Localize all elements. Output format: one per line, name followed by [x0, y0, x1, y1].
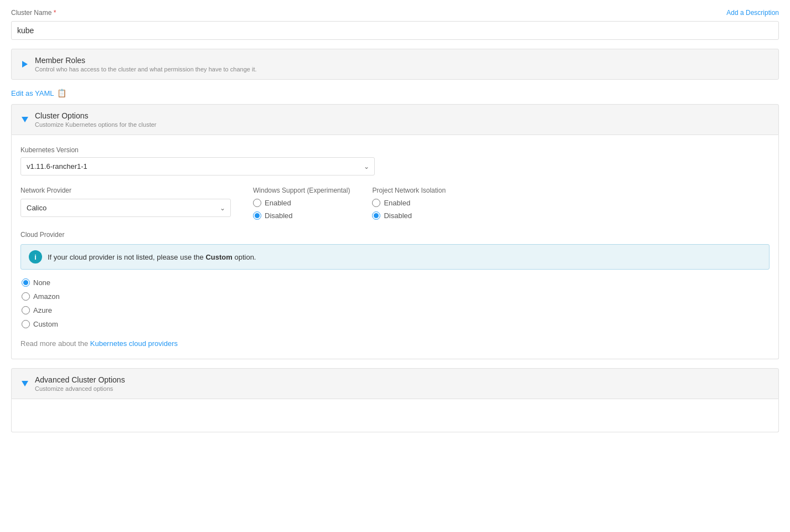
windows-support-enabled-label: Enabled — [265, 199, 291, 207]
cloud-provider-azure-label: Azure — [33, 306, 52, 314]
kubernetes-version-label: Kubernetes Version — [20, 146, 770, 154]
windows-support-col: Windows Support (Experimental) Enabled D… — [253, 187, 350, 220]
cluster-options-header[interactable]: Cluster Options Customize Kubernetes opt… — [11, 104, 779, 135]
cloud-provider-amazon-option[interactable]: Amazon — [22, 292, 770, 301]
advanced-triangle-down-icon — [22, 381, 28, 386]
cloud-provider-azure-radio[interactable] — [22, 306, 30, 314]
member-roles-subtitle: Control who has access to the cluster an… — [35, 66, 257, 73]
member-roles-title: Member Roles — [35, 56, 257, 65]
page-container: Cluster Name * Add a Description Member … — [0, 0, 790, 532]
project-network-isolation-enabled-label: Enabled — [384, 199, 410, 207]
member-roles-section: Member Roles Control who has access to t… — [11, 49, 779, 80]
cluster-options-subtitle: Customize Kubernetes options for the clu… — [35, 121, 157, 128]
info-icon: i — [29, 250, 42, 264]
windows-support-disabled-option[interactable]: Disabled — [253, 211, 350, 220]
cloud-provider-info-banner: i If your cloud provider is not listed, … — [20, 244, 770, 270]
project-network-isolation-disabled-radio[interactable] — [372, 211, 380, 220]
required-star: * — [54, 9, 56, 17]
cluster-options-content: Kubernetes Version v1.11.6-rancher1-1 v1… — [11, 135, 779, 359]
project-network-isolation-enabled-radio[interactable] — [372, 199, 380, 207]
cluster-name-label: Cluster Name * — [11, 9, 56, 17]
cluster-options-toggle-icon — [20, 115, 29, 124]
kubernetes-version-row: Kubernetes Version v1.11.6-rancher1-1 v1… — [20, 146, 770, 175]
windows-support-label: Windows Support (Experimental) — [253, 187, 350, 194]
windows-support-enabled-option[interactable]: Enabled — [253, 199, 350, 207]
cloud-provider-azure-option[interactable]: Azure — [22, 306, 770, 314]
member-roles-title-block: Member Roles Control who has access to t… — [35, 56, 257, 73]
edit-yaml-link[interactable]: Edit as YAML 📋 — [11, 89, 66, 97]
cluster-options-title-block: Cluster Options Customize Kubernetes opt… — [35, 111, 157, 128]
member-roles-toggle-icon — [20, 60, 29, 69]
cloud-provider-amazon-radio[interactable] — [22, 292, 30, 301]
read-more-row: Read more about the Kubernetes cloud pro… — [20, 339, 770, 348]
kubernetes-version-select[interactable]: v1.11.6-rancher1-1 v1.11.5-rancher1-1 v1… — [20, 157, 375, 175]
network-provider-col: Network Provider Calico Flannel Canal We… — [20, 187, 231, 217]
info-bold-text: Custom — [205, 253, 232, 261]
windows-support-radio-group: Enabled Disabled — [253, 199, 350, 220]
windows-support-disabled-label: Disabled — [265, 211, 293, 220]
advanced-options-title: Advanced Cluster Options — [35, 375, 125, 384]
cluster-name-input[interactable] — [11, 21, 779, 40]
edit-yaml-label: Edit as YAML — [11, 89, 54, 97]
cloud-provider-none-option[interactable]: None — [22, 278, 770, 287]
cloud-provider-amazon-label: Amazon — [33, 292, 60, 301]
triangle-right-icon — [22, 61, 28, 68]
cloud-provider-section: Cloud Provider i If your cloud provider … — [20, 231, 770, 348]
advanced-options-section: Advanced Cluster Options Customize advan… — [11, 368, 779, 432]
cluster-name-row: Cluster Name * Add a Description — [11, 9, 779, 17]
network-provider-label: Network Provider — [20, 187, 231, 194]
kubernetes-cloud-providers-link[interactable]: Kubernetes cloud providers — [90, 339, 178, 348]
windows-support-enabled-radio[interactable] — [253, 199, 261, 207]
triangle-down-icon — [22, 117, 28, 122]
edit-yaml-row: Edit as YAML 📋 — [11, 89, 779, 97]
project-network-isolation-col: Project Network Isolation Enabled Disabl… — [372, 187, 446, 220]
cloud-provider-none-label: None — [33, 278, 50, 287]
cluster-options-section: Cluster Options Customize Kubernetes opt… — [11, 104, 779, 359]
project-network-isolation-radio-group: Enabled Disabled — [372, 199, 446, 220]
cloud-provider-custom-label: Custom — [33, 320, 58, 328]
member-roles-header[interactable]: Member Roles Control who has access to t… — [11, 49, 779, 80]
info-text: If your cloud provider is not listed, pl… — [48, 253, 256, 261]
network-options-row: Network Provider Calico Flannel Canal We… — [20, 187, 770, 220]
add-description-link[interactable]: Add a Description — [726, 9, 779, 17]
cloud-provider-none-radio[interactable] — [22, 278, 30, 287]
advanced-options-title-block: Advanced Cluster Options Customize advan… — [35, 375, 125, 392]
advanced-options-subtitle: Customize advanced options — [35, 385, 125, 392]
project-network-isolation-label: Project Network Isolation — [372, 187, 446, 194]
network-provider-select-wrapper: Calico Flannel Canal Weave ⌄ — [20, 199, 231, 217]
project-network-isolation-enabled-option[interactable]: Enabled — [372, 199, 446, 207]
clipboard-icon: 📋 — [57, 89, 66, 97]
project-network-isolation-disabled-option[interactable]: Disabled — [372, 211, 446, 220]
advanced-options-content — [11, 399, 779, 432]
cloud-provider-label: Cloud Provider — [20, 231, 770, 239]
cloud-provider-custom-option[interactable]: Custom — [22, 320, 770, 328]
project-network-isolation-disabled-label: Disabled — [384, 211, 412, 220]
cloud-provider-radio-list: None Amazon Azure Custom — [22, 278, 770, 328]
kubernetes-version-select-wrapper: v1.11.6-rancher1-1 v1.11.5-rancher1-1 v1… — [20, 157, 375, 175]
advanced-options-toggle-icon — [20, 379, 29, 388]
cloud-provider-custom-radio[interactable] — [22, 320, 30, 328]
network-provider-select[interactable]: Calico Flannel Canal Weave — [20, 199, 231, 217]
cluster-options-title: Cluster Options — [35, 111, 157, 120]
advanced-options-header[interactable]: Advanced Cluster Options Customize advan… — [11, 368, 779, 399]
windows-support-disabled-radio[interactable] — [253, 211, 261, 220]
